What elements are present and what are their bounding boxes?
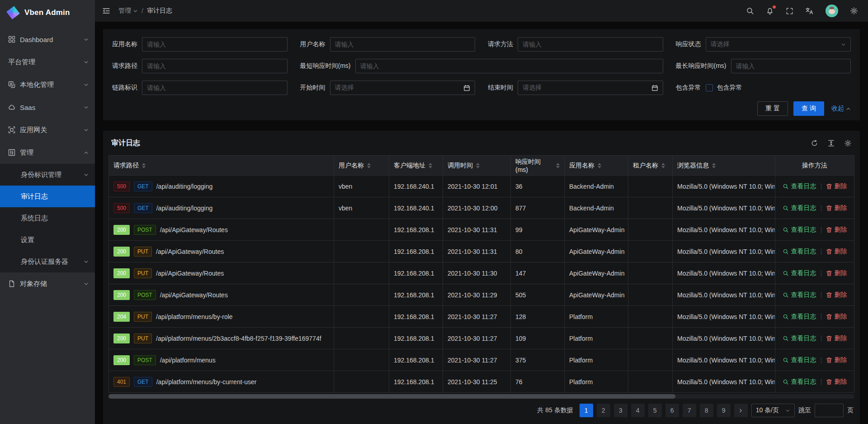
sidebar-item-settings[interactable]: 设置 xyxy=(0,229,95,251)
view-log-icon xyxy=(783,357,789,363)
table-row[interactable]: 200PUT/api/platform/menus/2b3accf8-4fb8-… xyxy=(109,328,854,349)
delete-button[interactable]: 删除 xyxy=(826,291,847,299)
date-picker[interactable]: 请选择 xyxy=(518,81,663,95)
table-row[interactable]: 500GET/api/auditing/loggingvben192.168.2… xyxy=(109,197,854,219)
sort-icon[interactable] xyxy=(712,163,716,168)
filter-input[interactable] xyxy=(142,37,288,52)
filter-input[interactable] xyxy=(731,59,851,73)
logo[interactable]: Vben Admin xyxy=(0,0,95,25)
view-log-button[interactable]: 查看日志 xyxy=(783,226,816,234)
sidebar-item-object-storage[interactable]: 对象存储 xyxy=(0,272,95,295)
horizontal-scrollbar[interactable] xyxy=(108,394,854,399)
table-row[interactable]: 200PUT/api/ApiGateway/Routes192.168.208.… xyxy=(109,262,854,284)
fullscreen-icon[interactable] xyxy=(786,7,793,15)
search-icon[interactable] xyxy=(746,7,754,15)
sort-icon[interactable] xyxy=(556,163,560,168)
filter-input[interactable] xyxy=(142,59,288,73)
page-size-select[interactable]: 10 条/页 xyxy=(751,404,795,417)
delete-button[interactable]: 删除 xyxy=(826,313,847,321)
page-button-1[interactable]: 1 xyxy=(580,404,593,417)
translate-icon[interactable] xyxy=(805,7,814,15)
view-log-button[interactable]: 查看日志 xyxy=(783,356,816,364)
collapse-link[interactable]: 收起 xyxy=(831,105,851,113)
page-button-4[interactable]: 4 xyxy=(631,404,645,417)
delete-button[interactable]: 删除 xyxy=(826,226,847,234)
breadcrumb-item-manage[interactable]: 管理 xyxy=(118,7,138,15)
column-header[interactable]: 租户名称 xyxy=(628,156,673,176)
column-header[interactable]: 客户端地址 xyxy=(389,156,443,176)
filter-input[interactable] xyxy=(355,59,663,73)
filter-input[interactable] xyxy=(330,37,476,52)
delete-icon xyxy=(826,335,832,342)
sidebar-item-saas[interactable]: Saas xyxy=(0,96,95,119)
search-button[interactable]: 查 询 xyxy=(793,101,824,116)
filter-select[interactable]: 请选择 xyxy=(706,37,851,52)
tenant-name xyxy=(628,241,673,262)
view-log-button[interactable]: 查看日志 xyxy=(783,291,816,299)
sort-icon[interactable] xyxy=(429,163,432,168)
sidebar-item-manage[interactable]: 管理 xyxy=(0,141,95,164)
sidebar-item-identity-manage[interactable]: 身份标识管理 xyxy=(0,164,95,186)
include-exception-checkbox[interactable] xyxy=(706,84,713,91)
sort-icon[interactable] xyxy=(367,163,371,168)
view-log-button[interactable]: 查看日志 xyxy=(783,248,816,256)
sidebar-menu: Dashboard平台管理本地化管理Saas应用网关管理身份标识管理审计日志系统… xyxy=(0,25,95,424)
sidebar-item-auth-server[interactable]: 身份认证服务器 xyxy=(0,251,95,272)
column-header[interactable]: 浏览器信息 xyxy=(673,156,775,176)
page-button-9[interactable]: 9 xyxy=(717,404,731,417)
sort-icon[interactable] xyxy=(142,163,146,168)
table-row[interactable]: 401GET/api/platform/menus/by-current-use… xyxy=(109,371,854,393)
next-page-button[interactable] xyxy=(734,404,748,417)
column-header[interactable]: 调用时间 xyxy=(443,156,511,176)
sidebar-item-dashboard[interactable]: Dashboard xyxy=(0,28,95,51)
delete-button[interactable]: 删除 xyxy=(826,204,847,212)
jump-page-input[interactable] xyxy=(815,404,844,417)
page-button-8[interactable]: 8 xyxy=(700,404,713,417)
sort-icon[interactable] xyxy=(598,163,601,168)
view-log-button[interactable]: 查看日志 xyxy=(783,378,816,386)
delete-button[interactable]: 删除 xyxy=(826,248,847,256)
delete-button[interactable]: 删除 xyxy=(826,269,847,277)
view-log-button[interactable]: 查看日志 xyxy=(783,313,816,321)
scrollbar-thumb[interactable] xyxy=(108,394,675,399)
column-header[interactable]: 应用名称 xyxy=(565,156,628,176)
page-button-3[interactable]: 3 xyxy=(614,404,627,417)
filter-input[interactable] xyxy=(142,81,288,95)
delete-button[interactable]: 删除 xyxy=(826,378,847,386)
table-row[interactable]: 500GET/api/auditing/loggingvben192.168.2… xyxy=(109,176,854,197)
filter-input[interactable] xyxy=(518,37,663,52)
column-header[interactable]: 响应时间(ms) xyxy=(511,156,565,176)
column-header[interactable]: 操作方法 xyxy=(775,156,854,176)
table-row[interactable]: 200POST/api/ApiGateway/Routes192.168.208… xyxy=(109,219,854,241)
column-header[interactable]: 请求路径 xyxy=(109,156,334,176)
sidebar-item-platform-manage[interactable]: 平台管理 xyxy=(0,51,95,73)
page-button-5[interactable]: 5 xyxy=(648,404,662,417)
menu-fold-icon[interactable] xyxy=(102,7,110,15)
page-button-7[interactable]: 7 xyxy=(683,404,696,417)
sort-icon[interactable] xyxy=(661,163,665,168)
sidebar-item-app-gateway[interactable]: 应用网关 xyxy=(0,119,95,141)
delete-button[interactable]: 删除 xyxy=(826,182,847,191)
sidebar-item-audit-log[interactable]: 审计日志 xyxy=(0,186,95,207)
avatar[interactable] xyxy=(826,5,838,17)
sort-icon[interactable] xyxy=(476,163,480,168)
delete-button[interactable]: 删除 xyxy=(826,334,847,343)
table-row[interactable]: 200PUT/api/ApiGateway/Routes192.168.208.… xyxy=(109,241,854,262)
view-log-button[interactable]: 查看日志 xyxy=(783,204,816,212)
page-button-2[interactable]: 2 xyxy=(597,404,610,417)
view-log-button[interactable]: 查看日志 xyxy=(783,269,816,277)
delete-button[interactable]: 删除 xyxy=(826,356,847,364)
table-row[interactable]: 204PUT/api/platform/menus/by-role192.168… xyxy=(109,306,854,328)
sidebar-item-localization-manage[interactable]: 本地化管理 xyxy=(0,73,95,96)
settings-gear-icon[interactable] xyxy=(850,7,858,15)
view-log-button[interactable]: 查看日志 xyxy=(783,334,816,343)
view-log-button[interactable]: 查看日志 xyxy=(783,182,816,191)
bell-icon[interactable] xyxy=(766,7,774,15)
date-picker[interactable]: 请选择 xyxy=(330,81,476,95)
page-button-6[interactable]: 6 xyxy=(665,404,679,417)
table-row[interactable]: 200POST/api/ApiGateway/Routes192.168.208… xyxy=(109,284,854,306)
reset-button[interactable]: 重 置 xyxy=(757,101,788,116)
column-header[interactable]: 用户名称 xyxy=(334,156,389,176)
table-row[interactable]: 200POST/api/platform/menus192.168.208.12… xyxy=(109,349,854,371)
sidebar-item-system-log[interactable]: 系统日志 xyxy=(0,207,95,229)
